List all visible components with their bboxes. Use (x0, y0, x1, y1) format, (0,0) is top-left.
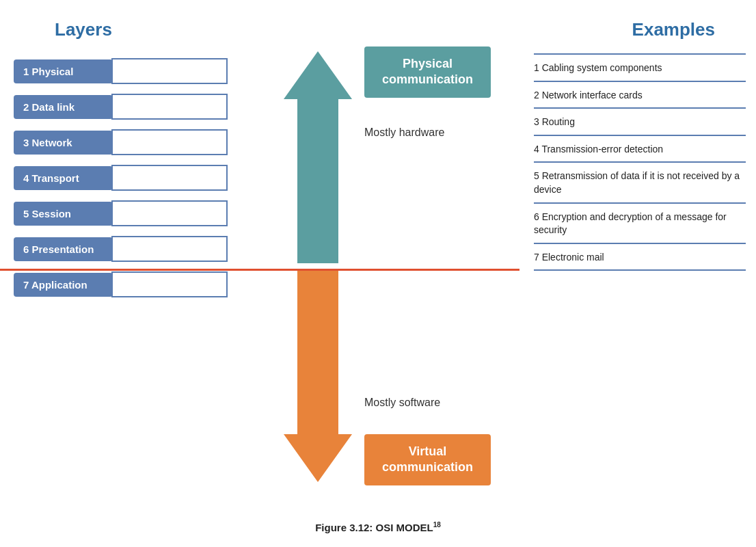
arrow-up-head (284, 51, 352, 99)
mostly-hardware-label: Mostly hardware (364, 126, 444, 139)
arrow-down-icon (284, 270, 352, 482)
layer-item: 3 Network (14, 129, 246, 155)
figure-caption: Figure 3.12: OSI MODEL18 (315, 521, 441, 533)
layer-line (111, 165, 228, 191)
layer-line (111, 94, 228, 120)
physical-line1: Physical (403, 57, 453, 70)
layer-badge: 4 Transport (14, 166, 113, 190)
caption-superscript: 18 (433, 521, 441, 529)
layer-badge: 1 Physical (14, 59, 113, 83)
example-item: 1 Cabling system components (534, 53, 746, 82)
mostly-software-label: Mostly software (364, 397, 440, 409)
examples-column: 1 Cabling system components2 Network int… (534, 53, 746, 271)
layers-column: 1 Physical2 Data link3 Network4 Transpor… (14, 58, 246, 297)
example-item: 3 Routing (534, 109, 746, 136)
arrow-up-body (297, 99, 338, 263)
virtual-line1: Virtual (409, 444, 447, 458)
arrow-up-icon (284, 51, 352, 263)
physical-communication-box: Physical communication (364, 46, 491, 98)
layer-item: 2 Data link (14, 94, 246, 120)
layer-line (111, 271, 228, 297)
arrow-down-head (284, 434, 352, 482)
layer-item: 1 Physical (14, 58, 246, 84)
arrow-down-body (297, 270, 338, 434)
layer-line (111, 236, 228, 262)
example-item: 6 Encryption and decryption of a message… (534, 204, 746, 244)
virtual-line2: communication (382, 460, 473, 474)
header-layers: Layers (55, 19, 112, 40)
red-divider (0, 269, 519, 271)
example-item: 2 Network interface cards (534, 82, 746, 109)
layer-item: 5 Session (14, 200, 246, 226)
example-item: 7 Electronic mail (534, 244, 746, 271)
layer-badge: 3 Network (14, 131, 113, 155)
caption-text: Figure 3.12: OSI MODEL (315, 522, 433, 533)
physical-line2: communication (382, 72, 473, 86)
layer-line (111, 200, 228, 226)
layer-badge: 5 Session (14, 202, 113, 226)
layer-badge: 6 Presentation (14, 237, 113, 261)
layer-line (111, 129, 228, 155)
example-item: 5 Retransmission of data if it is not re… (534, 163, 746, 203)
layer-line (111, 58, 228, 84)
diagram-container: Layers Examples 1 Physical2 Data link3 N… (0, 0, 756, 547)
virtual-communication-box: Virtual communication (364, 434, 491, 485)
layer-item: 7 Application (14, 271, 246, 297)
layer-badge: 2 Data link (14, 95, 113, 119)
layer-badge: 7 Application (14, 273, 113, 297)
layer-item: 6 Presentation (14, 236, 246, 262)
example-item: 4 Transmission-error detection (534, 136, 746, 163)
header-examples: Examples (632, 19, 715, 40)
layer-item: 4 Transport (14, 165, 246, 191)
